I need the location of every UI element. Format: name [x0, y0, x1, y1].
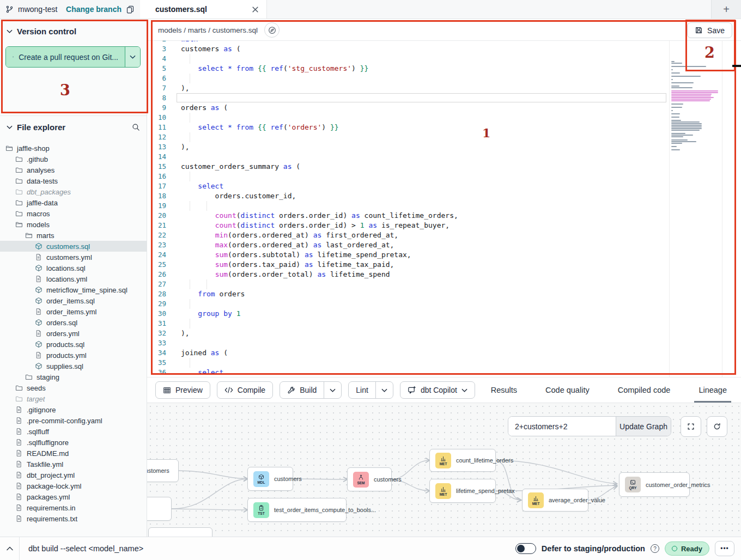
file-tree-item-customers.sql[interactable]: customers.sql — [0, 241, 147, 252]
code-editor[interactable]: 2with3customers as (45 select * from {{ … — [148, 41, 741, 377]
line-number: 24 — [148, 250, 166, 260]
file-tree-item-dbt_project.yml[interactable]: dbt_project.yml — [0, 470, 147, 480]
result-tab-compiled-code[interactable]: Compiled code — [604, 378, 685, 403]
build-button[interactable]: Build — [280, 382, 324, 398]
editor-tab-customers-sql[interactable]: customers.sql — [140, 0, 267, 19]
minimap-line — [671, 72, 680, 74]
file-tree-item-locations.yml[interactable]: locations.yml — [0, 273, 147, 284]
compile-button[interactable]: Compile — [217, 381, 273, 399]
new-tab-button[interactable]: + — [711, 0, 741, 19]
file-tree[interactable]: jaffle-shop.githubanalysesdata-testsdbt_… — [0, 143, 147, 524]
chevron-down-icon — [461, 388, 467, 392]
result-tab-code-quality[interactable]: Code quality — [531, 378, 604, 403]
result-tabs[interactable]: ResultsCode qualityCompiled codeLineage — [477, 378, 741, 403]
update-graph-button[interactable]: Update Graph — [616, 417, 671, 436]
file-tree-item-staging[interactable]: staging — [0, 372, 147, 382]
file-tree-item-.github[interactable]: .github — [0, 154, 147, 165]
more-options-button[interactable]: ••• — [715, 541, 734, 556]
build-split-button[interactable]: Build — [280, 381, 342, 399]
lineage-node-partial-node[interactable] — [148, 527, 212, 537]
file-tree-item-packages.yml[interactable]: packages.yml — [0, 491, 147, 502]
file-tree-item-orders.sql[interactable]: orders.sql — [0, 317, 147, 328]
build-options-button[interactable] — [324, 382, 341, 398]
lineage-edge — [496, 461, 521, 500]
close-tab-icon[interactable] — [252, 6, 259, 13]
minimap[interactable] — [671, 61, 719, 151]
file-tree-item-target[interactable]: target — [0, 393, 147, 404]
file-tree-item-seeds[interactable]: seeds — [0, 382, 147, 393]
file-tree-item-metricflow_time_spine.sql[interactable]: metricflow_time_spine.sql — [0, 284, 147, 295]
collapse-panel-button[interactable] — [0, 537, 20, 560]
file-tree-item-marts[interactable]: marts — [0, 230, 147, 241]
file-tree-item-order_items.yml[interactable]: order_items.yml — [0, 306, 147, 317]
file-explorer-header[interactable]: File explorer — [0, 116, 147, 136]
file-tree-item-.gitignore[interactable]: .gitignore — [0, 404, 147, 415]
result-tab-results[interactable]: Results — [477, 378, 531, 403]
line-number: 11 — [148, 123, 166, 132]
file-tree-item-customers.yml[interactable]: customers.yml — [0, 252, 147, 263]
file-tree-item-products.yml[interactable]: products.yml — [0, 350, 147, 361]
file-tree-item-requirements.in[interactable]: requirements.in — [0, 502, 147, 513]
lineage-node-orders[interactable]: orders — [147, 497, 172, 521]
command-input[interactable]: dbt build --select <model_name> — [28, 544, 143, 553]
model-icon — [35, 264, 42, 272]
fullscreen-button[interactable] — [681, 416, 701, 437]
file-tree-item-.pre-commit-config.yaml[interactable]: .pre-commit-config.yaml — [0, 415, 147, 426]
lineage-node-count_lifetime_orders[interactable]: METcount_lifetime_orders — [429, 449, 496, 472]
file-icon — [15, 493, 23, 501]
dbt-copilot-button[interactable]: dbt Copilot — [400, 381, 475, 399]
lineage-node-customers-model[interactable]: MDLcustomers — [247, 467, 293, 491]
file-tree-item-locations.sql[interactable]: locations.sql — [0, 263, 147, 273]
defer-toggle[interactable] — [515, 543, 536, 554]
lint-button[interactable]: Lint — [349, 382, 375, 398]
lint-split-button[interactable]: Lint — [348, 381, 393, 399]
file-tree-item-dbt_packages[interactable]: dbt_packages — [0, 186, 147, 197]
file-tree-item-products.sql[interactable]: products.sql — [0, 339, 147, 350]
compass-icon[interactable] — [264, 22, 280, 38]
file-tree-item-Taskfile.yml[interactable]: Taskfile.yml — [0, 459, 147, 470]
file-tree-item-orders.yml[interactable]: orders.yml — [0, 328, 147, 339]
file-tree-item-models[interactable]: models — [0, 219, 147, 230]
file-icon — [15, 428, 23, 435]
chart-icon: MET — [528, 492, 544, 508]
preview-button[interactable]: Preview — [155, 381, 210, 399]
create-pull-request-button[interactable]: Create a pull request on Git... — [5, 46, 141, 68]
search-icon[interactable] — [132, 123, 140, 131]
file-tree-item-README.md[interactable]: README.md — [0, 448, 147, 459]
file-tree-item-jaffle-data[interactable]: jaffle-data — [0, 197, 147, 208]
external-link-icon — [13, 53, 14, 61]
pull-request-options-button[interactable] — [125, 47, 140, 67]
file-tree-item-jaffle-shop[interactable]: jaffle-shop — [0, 143, 147, 154]
result-tab-lineage[interactable]: Lineage — [684, 378, 741, 403]
lineage-node-customer_order_metrics[interactable]: QRYcustomer_order_metrics — [619, 472, 690, 497]
change-branch-link[interactable]: Change branch — [66, 5, 122, 14]
file-tree-item-supplies.sql[interactable]: supplies.sql — [0, 361, 147, 372]
file-tree-item-order_items.sql[interactable]: order_items.sql — [0, 295, 147, 306]
lineage-node-average_order_value[interactable]: METaverage_order_value — [522, 489, 588, 512]
save-button[interactable]: Save — [687, 22, 732, 38]
lineage-node-lifetime_spend_pretax[interactable]: METlifetime_spend_pretax — [429, 479, 496, 503]
lineage-node-test-order-items[interactable]: TSTtest_order_items_compute_to_bools... — [247, 498, 347, 522]
folder-icon — [15, 210, 23, 217]
lineage-panel[interactable]: stg_customersordersMDLcustomersTSTtest_o… — [147, 403, 741, 537]
file-tree-item-macros[interactable]: macros — [0, 208, 147, 219]
refresh-button[interactable] — [707, 416, 727, 437]
copy-branch-icon[interactable] — [126, 5, 135, 14]
code-line-25: 25 sum(orders.tax_paid) as lifetime_tax_… — [148, 260, 741, 270]
file-tree-item-data-tests[interactable]: data-tests — [0, 175, 147, 186]
chart-icon: MET — [435, 453, 451, 468]
help-icon[interactable]: ? — [651, 544, 659, 553]
create-pull-request-main[interactable]: Create a pull request on Git... — [6, 47, 125, 67]
lineage-node-stg_customers[interactable]: stg_customers — [147, 459, 179, 482]
file-tree-item-.sqlfluff[interactable]: .sqlfluff — [0, 426, 147, 437]
lineage-node-customers-semantic[interactable]: SEMcustomers — [347, 467, 392, 491]
lint-options-button[interactable] — [375, 382, 393, 398]
file-tree-item-analyses[interactable]: analyses — [0, 165, 147, 175]
file-tree-item-package-lock.yml[interactable]: package-lock.yml — [0, 480, 147, 491]
file-tree-item-.sqlfluffignore[interactable]: .sqlfluffignore — [0, 437, 147, 448]
lineage-selector-input[interactable]: 2+customers+2 — [508, 417, 616, 436]
line-number: 16 — [148, 172, 166, 181]
code-lines[interactable]: 2with3customers as (45 select * from {{ … — [148, 41, 741, 377]
version-control-header[interactable]: Version control — [0, 19, 147, 40]
file-tree-item-requirements.txt[interactable]: requirements.txt — [0, 513, 147, 524]
